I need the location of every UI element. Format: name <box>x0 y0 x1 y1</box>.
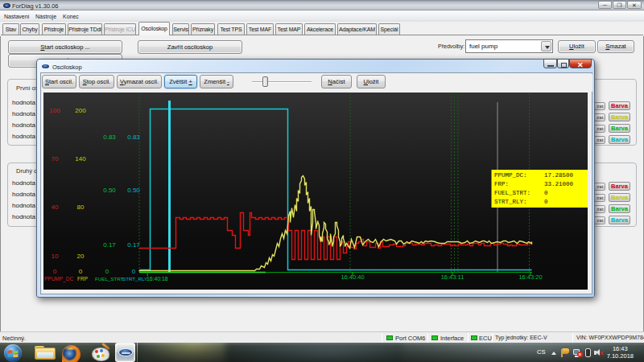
svg-text:0.50: 0.50 <box>103 187 116 194</box>
svg-text:0: 0 <box>105 268 109 275</box>
svg-text:PPUMP_DC: PPUMP_DC <box>44 276 73 282</box>
svg-text:140: 140 <box>75 155 86 162</box>
svg-text:20: 20 <box>77 253 85 260</box>
svg-text:0.17: 0.17 <box>103 241 116 249</box>
svg-text:FRP: FRP <box>77 276 88 282</box>
svg-text:FUEL_STRT:: FUEL_STRT: <box>494 190 530 196</box>
svg-text:0: 0 <box>544 199 548 205</box>
svg-text:0.83: 0.83 <box>127 134 140 141</box>
svg-text:17.28500: 17.28500 <box>544 172 574 179</box>
svg-text:FUEL_STRT: FUEL_STRT <box>95 276 124 282</box>
svg-text:FRP:: FRP: <box>494 181 509 187</box>
svg-text:0: 0 <box>544 190 548 196</box>
svg-text:16:43:20: 16:43:20 <box>518 274 542 281</box>
svg-text:STRT_RLY: STRT_RLY <box>122 276 147 282</box>
svg-text:STRT_RLY:: STRT_RLY: <box>494 199 527 205</box>
svg-text:16:40:18: 16:40:18 <box>147 276 168 282</box>
svg-text:40: 40 <box>52 204 59 211</box>
svg-text:0: 0 <box>53 268 57 275</box>
svg-text:200: 200 <box>75 107 86 114</box>
svg-text:16:43:11: 16:43:11 <box>441 274 464 281</box>
svg-text:80: 80 <box>77 204 85 211</box>
svg-text:0: 0 <box>132 268 136 275</box>
svg-text:PPUMP_DC:: PPUMP_DC: <box>494 172 527 179</box>
svg-text:10: 10 <box>52 253 59 260</box>
svg-text:70: 70 <box>52 155 59 162</box>
svg-text:100: 100 <box>49 107 60 114</box>
svg-text:0.17: 0.17 <box>127 241 140 249</box>
svg-text:33.21000: 33.21000 <box>544 181 574 187</box>
svg-text:0.83: 0.83 <box>103 134 116 141</box>
svg-text:16:40:40: 16:40:40 <box>341 274 364 281</box>
svg-text:0.50: 0.50 <box>127 187 140 194</box>
svg-text:0: 0 <box>79 268 83 275</box>
